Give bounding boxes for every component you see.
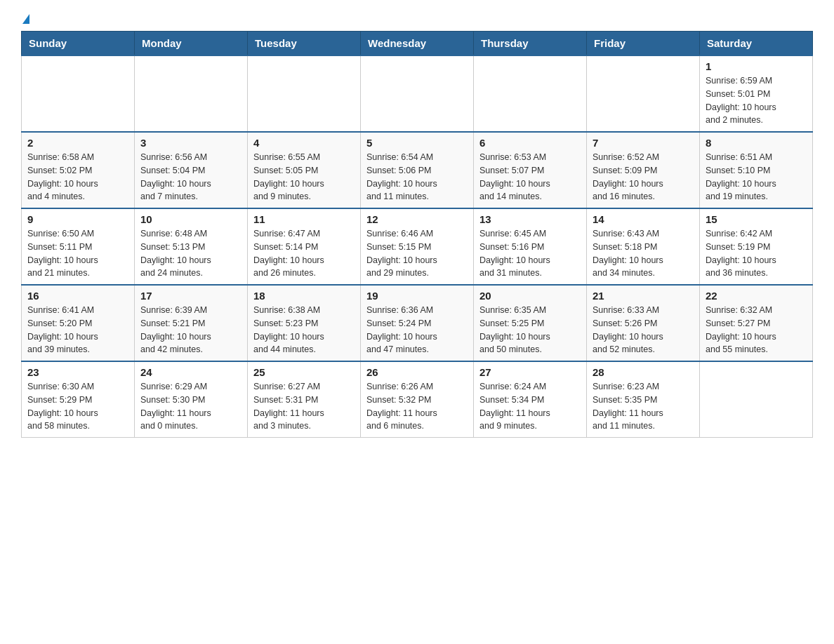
day-number: 6 <box>479 137 581 149</box>
day-number: 23 <box>27 366 128 378</box>
day-info: Sunrise: 6:59 AM Sunset: 5:01 PM Dayligh… <box>706 74 807 127</box>
calendar-cell: 9Sunrise: 6:50 AM Sunset: 5:11 PM Daylig… <box>22 208 135 285</box>
calendar-cell: 4Sunrise: 6:55 AM Sunset: 5:05 PM Daylig… <box>248 132 361 208</box>
day-number: 15 <box>706 213 807 225</box>
calendar-cell: 17Sunrise: 6:39 AM Sunset: 5:21 PM Dayli… <box>135 285 248 361</box>
day-number: 13 <box>479 213 581 225</box>
calendar-cell: 23Sunrise: 6:30 AM Sunset: 5:29 PM Dayli… <box>22 361 135 438</box>
day-info: Sunrise: 6:52 AM Sunset: 5:09 PM Dayligh… <box>593 151 694 203</box>
calendar-cell <box>22 55 135 132</box>
day-info: Sunrise: 6:51 AM Sunset: 5:10 PM Dayligh… <box>706 151 807 203</box>
day-number: 19 <box>366 290 468 302</box>
calendar-cell: 22Sunrise: 6:32 AM Sunset: 5:27 PM Dayli… <box>700 285 813 361</box>
day-info: Sunrise: 6:55 AM Sunset: 5:05 PM Dayligh… <box>253 151 355 203</box>
day-number: 10 <box>140 213 241 225</box>
day-info: Sunrise: 6:56 AM Sunset: 5:04 PM Dayligh… <box>140 151 241 203</box>
calendar-cell <box>361 55 474 132</box>
calendar-header-row: SundayMondayTuesdayWednesdayThursdayFrid… <box>22 32 813 56</box>
calendar-cell <box>587 55 700 132</box>
calendar-cell: 15Sunrise: 6:42 AM Sunset: 5:19 PM Dayli… <box>700 208 813 285</box>
day-info: Sunrise: 6:36 AM Sunset: 5:24 PM Dayligh… <box>366 304 468 356</box>
calendar-cell: 2Sunrise: 6:58 AM Sunset: 5:02 PM Daylig… <box>22 132 135 208</box>
day-number: 25 <box>253 366 355 378</box>
calendar-cell: 24Sunrise: 6:29 AM Sunset: 5:30 PM Dayli… <box>135 361 248 438</box>
day-info: Sunrise: 6:42 AM Sunset: 5:19 PM Dayligh… <box>706 227 807 280</box>
weekday-header-sunday: Sunday <box>22 32 135 56</box>
day-number: 12 <box>366 213 468 225</box>
day-number: 16 <box>27 290 128 302</box>
weekday-header-tuesday: Tuesday <box>248 32 361 56</box>
calendar-cell: 3Sunrise: 6:56 AM Sunset: 5:04 PM Daylig… <box>135 132 248 208</box>
day-info: Sunrise: 6:53 AM Sunset: 5:07 PM Dayligh… <box>479 151 581 203</box>
day-info: Sunrise: 6:35 AM Sunset: 5:25 PM Dayligh… <box>479 304 581 356</box>
calendar-cell: 8Sunrise: 6:51 AM Sunset: 5:10 PM Daylig… <box>700 132 813 208</box>
day-info: Sunrise: 6:32 AM Sunset: 5:27 PM Dayligh… <box>706 304 807 356</box>
calendar-week-row-5: 23Sunrise: 6:30 AM Sunset: 5:29 PM Dayli… <box>22 361 813 438</box>
day-number: 21 <box>593 290 694 302</box>
calendar-cell: 13Sunrise: 6:45 AM Sunset: 5:16 PM Dayli… <box>474 208 587 285</box>
day-number: 24 <box>140 366 241 378</box>
day-number: 5 <box>366 137 468 149</box>
calendar-cell: 18Sunrise: 6:38 AM Sunset: 5:23 PM Dayli… <box>248 285 361 361</box>
day-info: Sunrise: 6:33 AM Sunset: 5:26 PM Dayligh… <box>593 304 694 356</box>
day-number: 27 <box>479 366 581 378</box>
calendar-cell: 28Sunrise: 6:23 AM Sunset: 5:35 PM Dayli… <box>587 361 700 438</box>
day-info: Sunrise: 6:26 AM Sunset: 5:32 PM Dayligh… <box>366 380 468 433</box>
calendar-cell: 16Sunrise: 6:41 AM Sunset: 5:20 PM Dayli… <box>22 285 135 361</box>
calendar-week-row-2: 2Sunrise: 6:58 AM Sunset: 5:02 PM Daylig… <box>22 132 813 208</box>
day-number: 9 <box>27 213 128 225</box>
day-info: Sunrise: 6:29 AM Sunset: 5:30 PM Dayligh… <box>140 380 241 433</box>
day-info: Sunrise: 6:45 AM Sunset: 5:16 PM Dayligh… <box>479 227 581 280</box>
weekday-header-thursday: Thursday <box>474 32 587 56</box>
day-number: 26 <box>366 366 468 378</box>
day-info: Sunrise: 6:47 AM Sunset: 5:14 PM Dayligh… <box>253 227 355 280</box>
calendar-cell <box>700 361 813 438</box>
day-number: 28 <box>593 366 694 378</box>
day-info: Sunrise: 6:41 AM Sunset: 5:20 PM Dayligh… <box>27 304 128 356</box>
day-info: Sunrise: 6:39 AM Sunset: 5:21 PM Dayligh… <box>140 304 241 356</box>
calendar-cell: 20Sunrise: 6:35 AM Sunset: 5:25 PM Dayli… <box>474 285 587 361</box>
day-info: Sunrise: 6:48 AM Sunset: 5:13 PM Dayligh… <box>140 227 241 280</box>
calendar-table: SundayMondayTuesdayWednesdayThursdayFrid… <box>21 31 813 438</box>
day-number: 4 <box>253 137 355 149</box>
calendar-cell: 26Sunrise: 6:26 AM Sunset: 5:32 PM Dayli… <box>361 361 474 438</box>
day-info: Sunrise: 6:58 AM Sunset: 5:02 PM Dayligh… <box>27 151 128 203</box>
calendar-cell: 6Sunrise: 6:53 AM Sunset: 5:07 PM Daylig… <box>474 132 587 208</box>
calendar-cell: 14Sunrise: 6:43 AM Sunset: 5:18 PM Dayli… <box>587 208 700 285</box>
day-number: 22 <box>706 290 807 302</box>
calendar-cell <box>248 55 361 132</box>
calendar-cell: 25Sunrise: 6:27 AM Sunset: 5:31 PM Dayli… <box>248 361 361 438</box>
calendar-cell: 27Sunrise: 6:24 AM Sunset: 5:34 PM Dayli… <box>474 361 587 438</box>
weekday-header-saturday: Saturday <box>700 32 813 56</box>
day-number: 8 <box>706 137 807 149</box>
calendar-cell <box>135 55 248 132</box>
day-info: Sunrise: 6:54 AM Sunset: 5:06 PM Dayligh… <box>366 151 468 203</box>
calendar-cell: 10Sunrise: 6:48 AM Sunset: 5:13 PM Dayli… <box>135 208 248 285</box>
day-number: 17 <box>140 290 241 302</box>
calendar-week-row-1: 1Sunrise: 6:59 AM Sunset: 5:01 PM Daylig… <box>22 55 813 132</box>
day-number: 11 <box>253 213 355 225</box>
calendar-cell: 5Sunrise: 6:54 AM Sunset: 5:06 PM Daylig… <box>361 132 474 208</box>
day-number: 20 <box>479 290 581 302</box>
calendar-week-row-4: 16Sunrise: 6:41 AM Sunset: 5:20 PM Dayli… <box>22 285 813 361</box>
day-info: Sunrise: 6:23 AM Sunset: 5:35 PM Dayligh… <box>593 380 694 433</box>
page-header <box>21 14 813 24</box>
day-info: Sunrise: 6:30 AM Sunset: 5:29 PM Dayligh… <box>27 380 128 433</box>
weekday-header-monday: Monday <box>135 32 248 56</box>
day-number: 2 <box>27 137 128 149</box>
calendar-cell: 21Sunrise: 6:33 AM Sunset: 5:26 PM Dayli… <box>587 285 700 361</box>
calendar-cell <box>474 55 587 132</box>
day-number: 3 <box>140 137 241 149</box>
calendar-cell: 19Sunrise: 6:36 AM Sunset: 5:24 PM Dayli… <box>361 285 474 361</box>
weekday-header-friday: Friday <box>587 32 700 56</box>
day-number: 7 <box>593 137 694 149</box>
day-number: 14 <box>593 213 694 225</box>
day-info: Sunrise: 6:27 AM Sunset: 5:31 PM Dayligh… <box>253 380 355 433</box>
weekday-header-wednesday: Wednesday <box>361 32 474 56</box>
day-info: Sunrise: 6:46 AM Sunset: 5:15 PM Dayligh… <box>366 227 468 280</box>
day-info: Sunrise: 6:38 AM Sunset: 5:23 PM Dayligh… <box>253 304 355 356</box>
calendar-cell: 12Sunrise: 6:46 AM Sunset: 5:15 PM Dayli… <box>361 208 474 285</box>
calendar-cell: 1Sunrise: 6:59 AM Sunset: 5:01 PM Daylig… <box>700 55 813 132</box>
logo-triangle-icon <box>22 14 29 24</box>
calendar-week-row-3: 9Sunrise: 6:50 AM Sunset: 5:11 PM Daylig… <box>22 208 813 285</box>
